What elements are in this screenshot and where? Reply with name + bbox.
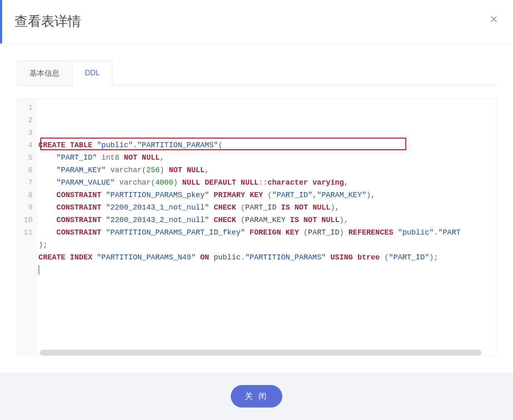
line-number: 8 [24,189,33,201]
code-line[interactable]: "PARAM_VALUE" varchar(4000) NULL DEFAULT… [39,176,496,189]
tab-bar: 基本信息 DDL [17,60,496,86]
code-line[interactable]: CREATE TABLE "public"."PARTITION_PARAMS"… [39,139,496,151]
code-line[interactable]: "PARAM_KEY" varchar(256) NOT NULL, [39,164,496,176]
modal-title: 查看表详情 [15,12,513,31]
line-number: 9 [24,201,33,214]
line-number: 2 [24,114,33,126]
line-number: 1 [24,101,33,114]
code-area[interactable]: CREATE TABLE "public"."PARTITION_PARAMS"… [37,99,496,356]
code-line[interactable]: ); [39,239,496,251]
line-number: 3 [24,126,33,139]
code-line[interactable]: CONSTRAINT "2200_20143_1_not_null" CHECK… [39,201,496,214]
line-number: 4 [24,139,33,151]
line-gutter: 1234567891011 [17,99,37,356]
code-line[interactable]: "PART_ID" int8 NOT NULL, [39,151,496,164]
line-number: 5 [24,151,33,164]
code-line[interactable]: CONSTRAINT "PARTITION_PARAMS_PART_ID_fke… [39,226,496,239]
code-line[interactable]: CONSTRAINT "PARTITION_PARAMS_pkey" PRIMA… [39,189,496,201]
horizontal-scrollbar[interactable] [40,350,481,356]
line-number: 10 [24,214,33,226]
code-line[interactable] [39,264,496,276]
line-number: 6 [24,164,33,176]
tab-basic-info[interactable]: 基本信息 [17,60,72,86]
modal-footer: 关 闭 [0,373,513,420]
code-editor[interactable]: 1234567891011 CREATE TABLE "public"."PAR… [17,99,496,356]
close-button[interactable]: 关 闭 [231,385,282,408]
close-icon[interactable] [487,12,501,26]
code-line[interactable]: CREATE INDEX "PARTITION_PARAMS_N49" ON p… [39,251,496,264]
modal-header: 查看表详情 [0,0,513,44]
line-number: 7 [24,176,33,189]
modal-content: 基本信息 DDL 1234567891011 CREATE TABLE "pub… [0,44,513,373]
tab-ddl[interactable]: DDL [72,61,113,86]
line-number: 11 [24,226,33,239]
code-line[interactable]: CONSTRAINT "2200_20143_2_not_null" CHECK… [39,214,496,226]
